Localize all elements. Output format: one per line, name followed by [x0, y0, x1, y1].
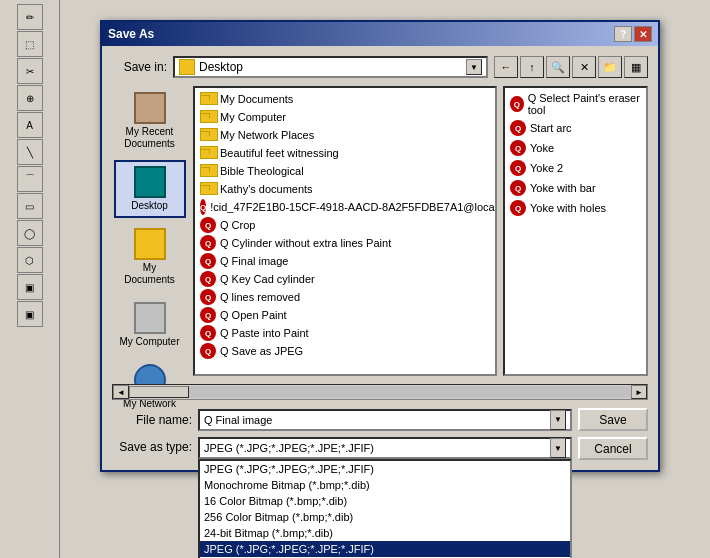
list-item[interactable]: Q Q Cylinder without extra lines Paint: [197, 234, 493, 252]
save-in-combo[interactable]: Desktop ▼: [173, 56, 488, 78]
file-icon: Q: [200, 307, 216, 323]
view-button[interactable]: ▦: [624, 56, 648, 78]
recent-icon: [134, 92, 166, 124]
list-item[interactable]: Q Q Paste into Paint: [197, 324, 493, 342]
help-button[interactable]: ?: [614, 26, 632, 42]
up-button[interactable]: ↑: [520, 56, 544, 78]
save-as-dialog: Save As ? ✕ Save in: Desktop ▼ ← ↑ 🔍 ✕ 📁…: [100, 20, 660, 472]
dropdown-option[interactable]: JPEG (*.JPG;*.JPEG;*.JPE;*.JFIF): [200, 461, 570, 477]
save-as-type-dropdown-arrow[interactable]: ▼: [550, 438, 566, 458]
delete-button[interactable]: ✕: [572, 56, 596, 78]
list-item[interactable]: Q Q Select Paint's eraser tool: [507, 90, 644, 118]
list-item[interactable]: Q Q Crop: [197, 216, 493, 234]
list-item[interactable]: Q Q lines removed: [197, 288, 493, 306]
cancel-button[interactable]: Cancel: [578, 437, 648, 460]
toolbar-btn-3[interactable]: ✂: [17, 58, 43, 84]
file-icon: Q: [200, 253, 216, 269]
nav-computer[interactable]: My Computer: [114, 296, 186, 354]
file-name: Q Open Paint: [220, 309, 287, 321]
dropdown-option[interactable]: Monochrome Bitmap (*.bmp;*.dib): [200, 477, 570, 493]
list-item[interactable]: Q !cid_47F2E1B0-15CF-4918-AACD-8A2F5FDBE…: [197, 198, 493, 216]
file-name-combo[interactable]: Q Final image ▼: [198, 409, 572, 431]
save-as-type-value: JPEG (*.JPG;*.JPEG;*.JPE;*.JFIF): [204, 442, 550, 454]
file-name: My Network Places: [220, 129, 314, 141]
folder-icon: [200, 181, 216, 197]
scroll-right-button[interactable]: ►: [631, 385, 647, 399]
folder-icon: [200, 109, 216, 125]
scrollbar-track[interactable]: [129, 386, 631, 398]
toolbar-btn-5[interactable]: A: [17, 112, 43, 138]
file-list: My Documents My Computer My Network Plac…: [195, 88, 495, 362]
title-buttons: ? ✕: [614, 26, 652, 42]
dropdown-option-selected[interactable]: JPEG (*.JPG;*.JPEG;*.JPE;*.JFIF): [200, 541, 570, 557]
file-icon: Q: [200, 235, 216, 251]
save-as-type-combo[interactable]: JPEG (*.JPG;*.JPEG;*.JPE;*.JFIF) ▼: [198, 437, 572, 459]
nav-documents[interactable]: My Documents: [114, 222, 186, 292]
new-folder-button[interactable]: 📁: [598, 56, 622, 78]
file-icon: Q: [510, 200, 526, 216]
nav-desktop-label: Desktop: [131, 200, 168, 212]
file-icon: Q: [200, 343, 216, 359]
file-name: Q Paste into Paint: [220, 327, 309, 339]
dropdown-option[interactable]: 24-bit Bitmap (*.bmp;*.dib): [200, 525, 570, 541]
toolbar-btn-1[interactable]: ✏: [17, 4, 43, 30]
toolbar-btn-6[interactable]: ╲: [17, 139, 43, 165]
save-as-type-row: Save as type: JPEG (*.JPG;*.JPEG;*.JPE;*…: [112, 437, 648, 460]
list-item[interactable]: Q Start arc: [507, 118, 644, 138]
nav-recent[interactable]: My Recent Documents: [114, 86, 186, 156]
documents-icon: [134, 228, 166, 260]
toolbar-btn-7[interactable]: ⌒: [17, 166, 43, 192]
right-panel: Q Q Select Paint's eraser tool Q Start a…: [503, 86, 648, 376]
file-icon: Q: [510, 180, 526, 196]
file-name: Beautiful feet witnessing: [220, 147, 339, 159]
toolbar-btn-9[interactable]: ◯: [17, 220, 43, 246]
toolbar-btn-12[interactable]: ▣: [17, 301, 43, 327]
right-item-label: Yoke: [530, 142, 554, 154]
toolbar-btn-4[interactable]: ⊕: [17, 85, 43, 111]
list-item[interactable]: Q Q Save as JPEG: [197, 342, 493, 360]
file-icon: Q: [200, 289, 216, 305]
list-item[interactable]: My Network Places: [197, 126, 493, 144]
list-item[interactable]: Q Q Key Cad cylinder: [197, 270, 493, 288]
back-button[interactable]: ←: [494, 56, 518, 78]
list-item[interactable]: Q Yoke with bar: [507, 178, 644, 198]
search-web-button[interactable]: 🔍: [546, 56, 570, 78]
close-button[interactable]: ✕: [634, 26, 652, 42]
list-item[interactable]: My Documents: [197, 90, 493, 108]
list-item[interactable]: Kathy's documents: [197, 180, 493, 198]
dropdown-option[interactable]: 16 Color Bitmap (*.bmp;*.dib): [200, 493, 570, 509]
main-content-area: My Recent Documents Desktop My Documents…: [112, 86, 648, 376]
list-item[interactable]: Q Q Open Paint: [197, 306, 493, 324]
save-in-row: Save in: Desktop ▼ ← ↑ 🔍 ✕ 📁 ▦: [112, 56, 648, 78]
toolbar-btn-10[interactable]: ⬡: [17, 247, 43, 273]
save-as-type-container: JPEG (*.JPG;*.JPEG;*.JPE;*.JFIF) ▼ JPEG …: [198, 437, 572, 459]
nav-computer-label: My Computer: [120, 336, 180, 348]
save-as-type-dropdown[interactable]: JPEG (*.JPG;*.JPEG;*.JPE;*.JFIF) Monochr…: [198, 459, 572, 558]
file-name: Q Cylinder without extra lines Paint: [220, 237, 391, 249]
save-button[interactable]: Save: [578, 408, 648, 431]
list-item[interactable]: Q Yoke: [507, 138, 644, 158]
folder-icon: [200, 163, 216, 179]
list-item[interactable]: Beautiful feet witnessing: [197, 144, 493, 162]
file-list-container[interactable]: My Documents My Computer My Network Plac…: [193, 86, 497, 376]
save-in-dropdown-arrow[interactable]: ▼: [466, 59, 482, 75]
nav-recent-label: My Recent Documents: [120, 126, 180, 150]
list-item[interactable]: My Computer: [197, 108, 493, 126]
right-item-label: Yoke with bar: [530, 182, 596, 194]
list-item[interactable]: Bible Theological: [197, 162, 493, 180]
toolbar-btn-2[interactable]: ⬚: [17, 31, 43, 57]
scroll-left-button[interactable]: ◄: [113, 385, 129, 399]
scrollbar-thumb[interactable]: [129, 386, 189, 398]
dropdown-option[interactable]: 256 Color Bitmap (*.bmp;*.dib): [200, 509, 570, 525]
list-item[interactable]: Q Yoke with holes: [507, 198, 644, 218]
list-item[interactable]: Q Yoke 2: [507, 158, 644, 178]
right-panel-items: Q Q Select Paint's eraser tool Q Start a…: [503, 86, 648, 376]
right-item-label: Yoke 2: [530, 162, 563, 174]
toolbar-btn-8[interactable]: ▭: [17, 193, 43, 219]
horizontal-scrollbar[interactable]: ◄ ►: [112, 384, 648, 400]
file-name: Kathy's documents: [220, 183, 313, 195]
toolbar-btn-11[interactable]: ▣: [17, 274, 43, 300]
nav-desktop[interactable]: Desktop: [114, 160, 186, 218]
list-item[interactable]: Q Q Final image: [197, 252, 493, 270]
file-name-dropdown-arrow[interactable]: ▼: [550, 410, 566, 430]
